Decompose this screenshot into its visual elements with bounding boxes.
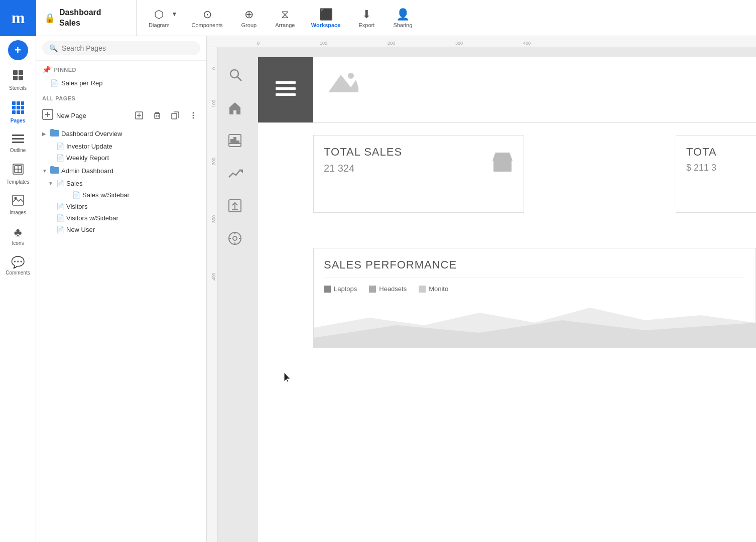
add-page-icon-button[interactable] [132, 108, 146, 122]
tree-item-label: Visitors [66, 203, 87, 210]
workspace-icon: ⬛ [319, 8, 333, 21]
search-input[interactable] [62, 44, 193, 52]
ruler-mark-100: 100 [320, 41, 327, 46]
comments-icon: 💬 [11, 256, 25, 269]
main-layout: + Stencils [0, 36, 756, 542]
svg-rect-11 [17, 110, 20, 114]
tree-item-sales-sidebar[interactable]: 📄 Sales w/Sidebar [38, 189, 204, 201]
arrange-icon: ⧖ [281, 8, 289, 21]
pages-panel: 🔍 📌 PINNED 📄 Sales per Rep ALL PAGES [36, 36, 207, 542]
sales-performance-title: SALES PERFORMANCE [324, 258, 745, 272]
group-icon: ⊕ [244, 8, 254, 21]
all-pages-header: ALL PAGES [42, 95, 200, 101]
tree-item-weekly-report[interactable]: 📄 Weekly Report [38, 152, 204, 164]
legend-headsets: Headsets [369, 285, 407, 293]
svg-rect-52 [276, 87, 296, 90]
tree-item-dashboard-overview[interactable]: ▶ Dashboard Overview [38, 126, 204, 141]
sidebar-item-pages[interactable]: Pages [0, 96, 36, 128]
components-tool[interactable]: ⊙ Components [185, 5, 228, 31]
icons-label: Icons [12, 240, 24, 246]
sidebar-item-stencils[interactable]: Stencils [0, 64, 36, 96]
tree-item-label: Investor Update [66, 143, 112, 150]
svg-rect-4 [12, 101, 16, 105]
tree-item-sales[interactable]: ▼ 📄 Sales [38, 178, 204, 189]
more-options-button[interactable] [186, 108, 200, 122]
svg-point-54 [348, 73, 354, 79]
comments-label: Comments [6, 270, 30, 276]
dashboard-preview: TOTAL SALES 21 324 [258, 57, 756, 542]
image-placeholder [323, 67, 363, 97]
ruler-v-mark-300: 300 [211, 215, 216, 223]
tree-item-admin-dashboard[interactable]: ▼ Admin Dashboard [38, 164, 204, 178]
arrange-tool[interactable]: ⧖ Arrange [269, 5, 301, 31]
search-box[interactable]: 🔍 [42, 41, 200, 55]
pinned-item-sales-per-rep[interactable]: 📄 Sales per Rep [42, 77, 200, 89]
settings-tool-icon[interactable] [228, 231, 243, 249]
export-tool[interactable]: ⬇ Export [350, 5, 383, 31]
templates-icon [12, 163, 24, 178]
svg-rect-57 [499, 165, 506, 172]
page-file-icon: 📄 [50, 79, 58, 87]
svg-line-36 [237, 77, 241, 81]
tree-item-label: Weekly Report [66, 154, 109, 162]
new-page-label: New Page [56, 112, 86, 119]
new-page-button[interactable]: New Page [42, 109, 128, 122]
sales-performance-legend: Laptops Headsets Monito [324, 285, 745, 293]
svg-rect-10 [12, 110, 16, 114]
sharing-tool[interactable]: 👤 Sharing [387, 5, 419, 31]
sidebar-item-templates[interactable]: Templates [0, 158, 36, 190]
horizontal-divider [258, 122, 756, 123]
diagram-tool[interactable]: ⬡ Diagram ▼ [145, 6, 181, 30]
ruler-mark-0: 0 [257, 41, 260, 46]
svg-rect-0 [13, 70, 18, 75]
logo-area: m [0, 0, 36, 36]
canvas-main[interactable]: TOTAL SALES 21 324 [218, 47, 756, 542]
tree-item-new-user[interactable]: 📄 New User [38, 224, 204, 235]
search-tool-icon[interactable] [228, 67, 243, 86]
sidebar-item-comments[interactable]: 💬 Comments [0, 251, 36, 281]
new-page-icon [42, 109, 53, 122]
tree-item-visitors-sidebar[interactable]: 📄 Visitors w/Sidebar [38, 212, 204, 224]
title-text: Dashboard Sales [59, 8, 101, 29]
sidebar-item-images[interactable]: Images [0, 190, 36, 220]
home-tool-icon[interactable] [228, 101, 243, 118]
pinned-section: 📌 PINNED 📄 Sales per Rep [36, 61, 206, 91]
legend-laptops: Laptops [324, 285, 357, 293]
tree-item-label: Admin Dashboard [61, 167, 113, 175]
images-label: Images [10, 210, 26, 215]
dashboard-header-block [258, 57, 313, 122]
headsets-label: Headsets [379, 285, 407, 293]
chart-tool-icon[interactable] [228, 133, 243, 151]
logo-icon: m [12, 9, 25, 27]
laptops-label: Laptops [334, 285, 357, 293]
tree-item-visitors[interactable]: 📄 Visitors [38, 201, 204, 212]
pages-label: Pages [11, 118, 25, 123]
trend-tool-icon[interactable] [228, 166, 243, 184]
sidebar-item-icons[interactable]: ♣ Icons [0, 220, 36, 251]
group-tool[interactable]: ⊕ Group [233, 5, 265, 31]
svg-point-46 [233, 236, 237, 240]
toolbar: ⬡ Diagram ▼ ⊙ Components ⊕ Group ⧖ Arran… [137, 5, 756, 31]
svg-rect-9 [21, 106, 24, 109]
page-item-label: Sales per Rep [61, 79, 102, 87]
tree-item-investor-update[interactable]: 📄 Investor Update [38, 141, 204, 152]
file-icon: 📄 [72, 191, 80, 199]
group-label: Group [241, 22, 257, 28]
caret-icon: ▼ [48, 181, 54, 186]
copy-page-icon-button[interactable] [168, 108, 182, 122]
horizontal-ruler: 0 100 200 300 400 [207, 36, 756, 47]
upload-tool-icon[interactable] [228, 199, 243, 216]
delete-page-icon-button[interactable] [150, 108, 164, 122]
workspace-tool[interactable]: ⬛ Workspace [305, 5, 347, 31]
add-button[interactable]: + [8, 40, 28, 60]
ruler-v-mark-100: 100 [211, 100, 216, 107]
search-area: 🔍 [36, 36, 206, 61]
header-menu-icon [276, 80, 296, 100]
svg-rect-12 [21, 110, 24, 114]
ruler-mark-400: 400 [523, 41, 531, 46]
sharing-icon: 👤 [396, 8, 410, 21]
all-pages-section: ALL PAGES [36, 91, 206, 106]
sidebar-item-outline[interactable]: Outline [0, 128, 36, 158]
svg-rect-15 [12, 142, 24, 143]
sales-perf-divider [324, 278, 745, 278]
